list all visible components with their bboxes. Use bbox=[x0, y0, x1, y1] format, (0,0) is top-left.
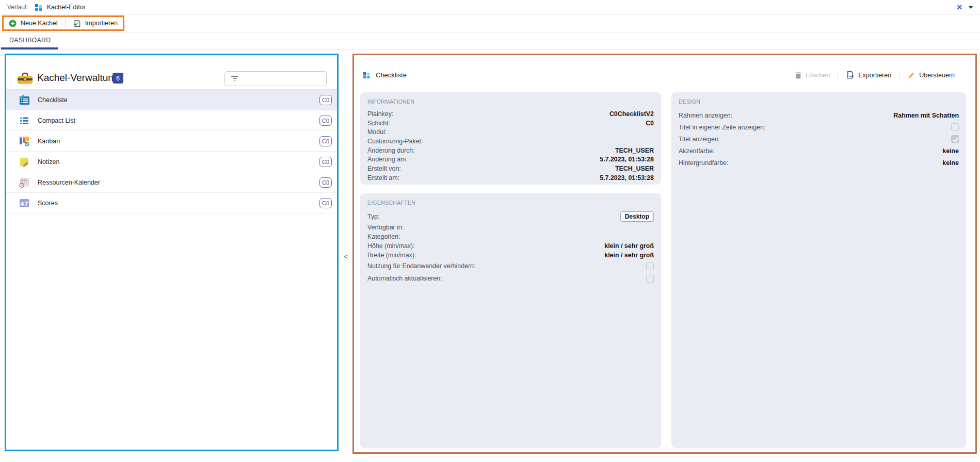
filter-input[interactable] bbox=[242, 72, 326, 86]
property-row: Verfügbar in: bbox=[367, 223, 654, 232]
section-title: INFORMATIONEN bbox=[367, 98, 654, 105]
resource-calendar-tile-icon bbox=[19, 177, 30, 188]
kanban-tile-icon bbox=[19, 136, 30, 147]
toolbox-icon bbox=[17, 72, 33, 85]
property-row-checkbox: Automatisch aktualisieren: bbox=[367, 272, 654, 285]
title-bar: Verlauf: Kachel-Editor ✕ bbox=[0, 0, 980, 15]
actions-divider bbox=[899, 71, 899, 79]
svg-text:47: 47 bbox=[20, 200, 28, 207]
detail-title: Checkliste bbox=[376, 71, 407, 79]
notes-tile-icon bbox=[19, 156, 30, 168]
tile-management-panel: Kachel-Verwaltung 6 Checkliste bbox=[5, 54, 339, 451]
list-item-kanban[interactable]: Kanban C0 bbox=[6, 131, 337, 152]
type-badge: Desktop bbox=[620, 211, 654, 222]
info-row: Modul: bbox=[367, 127, 654, 137]
tab-dashboard[interactable]: DASHBOARD bbox=[9, 37, 51, 44]
list-item-label: Kanban bbox=[38, 138, 319, 145]
chevron-left-icon: < bbox=[344, 253, 348, 260]
plus-circle-icon bbox=[9, 20, 17, 27]
tile-app-icon bbox=[35, 3, 43, 11]
layer-badge: C0 bbox=[319, 95, 332, 105]
import-label: Importieren bbox=[85, 20, 118, 27]
detail-actions: Löschen Exportieren Übersteuern bbox=[795, 71, 955, 79]
section-title: DESIGN bbox=[679, 98, 959, 105]
import-button[interactable]: Importieren bbox=[72, 19, 118, 28]
tile-management-header: Kachel-Verwaltung 6 bbox=[6, 55, 337, 89]
info-row: Erstellt von: TECH_USER bbox=[367, 164, 654, 173]
scores-tile-icon: 47 bbox=[19, 197, 30, 209]
chevron-down-icon[interactable] bbox=[969, 6, 973, 9]
list-item-compact-list[interactable]: Compact List C0 bbox=[6, 110, 337, 131]
actions-divider bbox=[838, 71, 838, 79]
list-item-label: Compact List bbox=[38, 117, 319, 124]
property-row: Kategorien: bbox=[367, 232, 654, 241]
design-row: Rahmen anzeigen: Rahmen mit Schatten bbox=[679, 109, 959, 121]
section-title: EIGENSCHAFTEN bbox=[367, 200, 654, 206]
tab-strip: DASHBOARD bbox=[0, 32, 980, 50]
layer-badge: C0 bbox=[319, 157, 332, 167]
app-title: Kachel-Editor bbox=[47, 4, 86, 11]
checkbox-prevent-enduser[interactable] bbox=[646, 262, 654, 270]
design-card: DESIGN Rahmen anzeigen: Rahmen mit Schat… bbox=[671, 92, 966, 448]
tile-list: Checkliste C0 Compact List C0 bbox=[6, 89, 337, 213]
layer-badge: C0 bbox=[319, 116, 332, 126]
list-item-ressourcen-kalender[interactable]: Ressourcen-Kalender C0 bbox=[6, 172, 337, 193]
design-row-checkbox: Titel in eigener Zeile anzeigen: bbox=[679, 121, 959, 133]
layer-badge: C0 bbox=[319, 136, 332, 146]
list-item-label: Scores bbox=[38, 200, 319, 207]
checkbox-title-own-line[interactable] bbox=[951, 123, 959, 131]
info-row: Plainkey: C0ChecklistV2 bbox=[367, 109, 654, 119]
properties-card: EIGENSCHAFTEN Typ: Desktop Verfügbar in:… bbox=[360, 193, 661, 448]
toolbar-highlight-annotation: Neue Kachel Importieren bbox=[2, 15, 124, 31]
tile-icon bbox=[363, 71, 371, 79]
toolbar: Neue Kachel Importieren bbox=[0, 15, 980, 32]
window-controls: ✕ bbox=[956, 4, 973, 11]
property-row-checkbox: Nutzung für Endanwender verhindern: bbox=[367, 260, 654, 272]
property-row: Breite (min/max): klein / sehr groß bbox=[367, 251, 654, 260]
layer-badge: C0 bbox=[319, 198, 332, 208]
information-card: INFORMATIONEN Plainkey: C0ChecklistV2 Sc… bbox=[360, 92, 661, 185]
trash-icon bbox=[795, 71, 802, 79]
list-item-checkliste[interactable]: Checkliste C0 bbox=[6, 90, 337, 110]
checkbox-auto-refresh[interactable] bbox=[646, 275, 654, 283]
tile-detail-panel: Checkliste Löschen Exportieren bbox=[352, 54, 977, 454]
info-row: Erstellt am: 5.7.2023, 01:53:28 bbox=[367, 173, 654, 183]
export-label: Exportieren bbox=[858, 72, 891, 79]
filter-box[interactable] bbox=[224, 71, 327, 86]
override-label: Übersteuern bbox=[919, 72, 955, 79]
design-row-checkbox: Titel anzeigen: bbox=[679, 133, 959, 145]
detail-header: Checkliste bbox=[363, 71, 407, 79]
property-row-typ: Typ: Desktop bbox=[367, 210, 654, 223]
new-tile-button[interactable]: Neue Kachel bbox=[9, 20, 58, 27]
export-button[interactable]: Exportieren bbox=[846, 71, 891, 79]
list-item-scores[interactable]: 47 Scores C0 bbox=[6, 193, 337, 213]
active-tab-underline bbox=[1, 47, 58, 50]
info-row: Änderung durch: TECH_USER bbox=[367, 146, 654, 155]
delete-label: Löschen bbox=[806, 72, 830, 79]
list-item-label: Ressourcen-Kalender bbox=[38, 179, 319, 186]
info-row: Customizing-Paket: bbox=[367, 137, 654, 146]
design-row: Akzentfarbe: keine bbox=[679, 145, 959, 157]
list-item-notizen[interactable]: Notizen C0 bbox=[6, 152, 337, 172]
delete-button[interactable]: Löschen bbox=[795, 71, 830, 79]
override-button[interactable]: Übersteuern bbox=[907, 71, 955, 79]
info-row: Schicht: C0 bbox=[367, 119, 654, 128]
design-row: Hintergrundfarbe: keine bbox=[679, 157, 959, 169]
history-label: Verlauf: bbox=[7, 4, 28, 11]
panel-title: Kachel-Verwaltung bbox=[37, 72, 119, 84]
checklist-tile-icon bbox=[19, 94, 30, 106]
item-count-badge: 6 bbox=[113, 73, 123, 84]
export-icon bbox=[846, 71, 855, 79]
list-item-label: Checkliste bbox=[38, 96, 319, 104]
checkbox-show-title[interactable] bbox=[951, 135, 959, 143]
compact-list-tile-icon bbox=[19, 115, 30, 126]
info-row: Änderung am: 5.7.2023, 01:53:28 bbox=[367, 155, 654, 164]
import-icon bbox=[72, 19, 81, 28]
filter-icon bbox=[231, 76, 238, 81]
close-icon[interactable]: ✕ bbox=[956, 4, 962, 11]
pencil-icon bbox=[907, 71, 915, 79]
list-item-label: Notizen bbox=[38, 158, 319, 166]
collapse-panel-handle[interactable]: < bbox=[340, 250, 351, 262]
property-row: Höhe (min/max): klein / sehr groß bbox=[367, 241, 654, 251]
new-tile-label: Neue Kachel bbox=[21, 20, 58, 27]
